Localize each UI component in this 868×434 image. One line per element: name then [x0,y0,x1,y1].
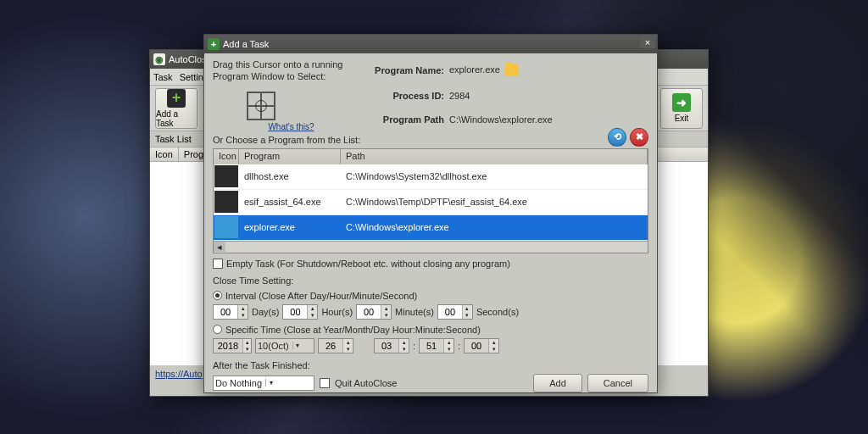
tasklist-col-icon[interactable]: Icon [150,147,179,161]
program-row[interactable]: dllhost.exeC:\Windows\System32\dllhost.e… [214,164,648,190]
sec-spinner[interactable]: ▴▾ [464,338,499,353]
cancel-button[interactable]: Cancel [587,374,648,392]
program-path: C:\Windows\explorer.exe [341,222,648,232]
specific-time-row: ▴▾ 10(Oct)▾ ▴▾ ▴▾ : ▴▾ : ▴▾ [213,338,648,353]
close-icon[interactable]: × [640,36,655,48]
seconds-spinner[interactable]: ▴▾ [437,304,473,320]
program-list-header: Icon Program Path [214,149,648,164]
specific-time-label: Specific Time (Close at Year/Month/Day H… [225,325,481,335]
colon: : [458,341,460,351]
col-path[interactable]: Path [341,149,648,164]
days-spinner[interactable]: ▴▾ [213,304,248,320]
remove-button[interactable]: ✖ [630,128,648,147]
program-icon [214,191,238,213]
program-path: C:\Windows\Temp\DPTF\esif_assist_64.exe [341,197,648,207]
plus-icon: + [167,89,186,108]
interval-row: ▴▾ Day(s) ▴▾ Hour(s) ▴▾ Minute(s) ▴▾ Sec… [213,304,648,320]
minutes-spinner[interactable]: ▴▾ [356,304,392,320]
empty-task-checkbox[interactable] [213,259,223,269]
day-spinner[interactable]: ▴▾ [318,338,353,353]
seconds-label: Second(s) [476,307,519,317]
program-icon [214,216,238,238]
specific-time-radio[interactable] [213,325,222,334]
dialog-title: Add a Task [223,39,654,49]
exit-icon: ➜ [672,93,691,112]
add-task-button[interactable]: + Add a Task [155,88,198,129]
program-list: Icon Program Path dllhost.exeC:\Windows\… [213,148,648,253]
exit-button[interactable]: ➜ Exit [660,88,703,129]
program-path: C:\Windows\System32\dllhost.exe [341,171,648,181]
program-name-label: Program Name: [361,65,444,75]
interval-radio[interactable] [213,291,222,300]
empty-task-label: Empty Task (For Shutdown/Reboot etc. wit… [226,259,510,269]
program-info: Program Name: explorer.exe Process ID: 2… [361,58,553,131]
after-action-select[interactable]: Do Nothing▾ [213,376,314,391]
program-icon [214,165,238,187]
process-id-label: Process ID: [361,91,444,101]
quit-autoclose-checkbox[interactable] [320,378,330,388]
minutes-label: Minute(s) [395,307,434,317]
exit-label: Exit [675,114,689,123]
min-spinner[interactable]: ▴▾ [419,338,454,353]
hours-input[interactable] [283,307,307,317]
folder-icon [505,64,519,76]
program-name: dllhost.exe [239,171,341,181]
seconds-input[interactable] [438,307,462,317]
app-icon: ◉ [153,53,165,65]
minutes-input[interactable] [357,307,381,317]
drag-instruction: Drag this Cursor onto a running Program … [213,58,353,83]
crosshair-cursor-picker[interactable] [247,92,275,120]
hours-label: Hour(s) [321,307,353,317]
scrollbar[interactable]: ◂ [214,241,648,253]
add-button[interactable]: Add [533,374,582,392]
program-name: esif_assist_64.exe [239,197,341,207]
days-label: Day(s) [252,307,279,317]
days-input[interactable] [214,307,237,317]
hour-spinner[interactable]: ▴▾ [374,338,409,353]
program-row[interactable]: explorer.exeC:\Windows\explorer.exe [214,215,648,241]
menu-task[interactable]: Task [153,72,173,82]
interval-label: Interval (Close After Day/Hour/Minute/Se… [225,291,417,301]
close-time-label: Close Time Setting: [213,275,648,286]
plus-icon: + [208,38,220,50]
add-task-dialog: + Add a Task × Drag this Cursor onto a r… [203,34,658,393]
col-program[interactable]: Program [239,149,341,164]
program-name-value: explorer.exe [449,64,500,75]
dialog-titlebar[interactable]: + Add a Task × [204,35,657,53]
after-task-label: After the Task Finished: [213,360,648,370]
colon: : [413,341,415,351]
program-name: explorer.exe [239,222,341,232]
quit-autoclose-label: Quit AutoClose [335,378,397,388]
hours-spinner[interactable]: ▴▾ [282,304,318,320]
col-icon[interactable]: Icon [214,149,239,164]
month-select[interactable]: 10(Oct)▾ [255,338,314,353]
program-row[interactable]: esif_assist_64.exeC:\Windows\Temp\DPTF\e… [214,190,648,215]
refresh-button[interactable]: ⟲ [608,128,626,147]
year-spinner[interactable]: ▴▾ [213,338,252,353]
program-path-value: C:\Windows\explorer.exe [449,114,553,125]
process-id-value: 2984 [449,91,553,101]
whats-this-link[interactable]: What's this? [230,122,353,131]
add-task-label: Add a Task [156,109,197,128]
scroll-left-icon[interactable]: ◂ [214,242,225,252]
program-path-label: Program Path [361,114,444,125]
